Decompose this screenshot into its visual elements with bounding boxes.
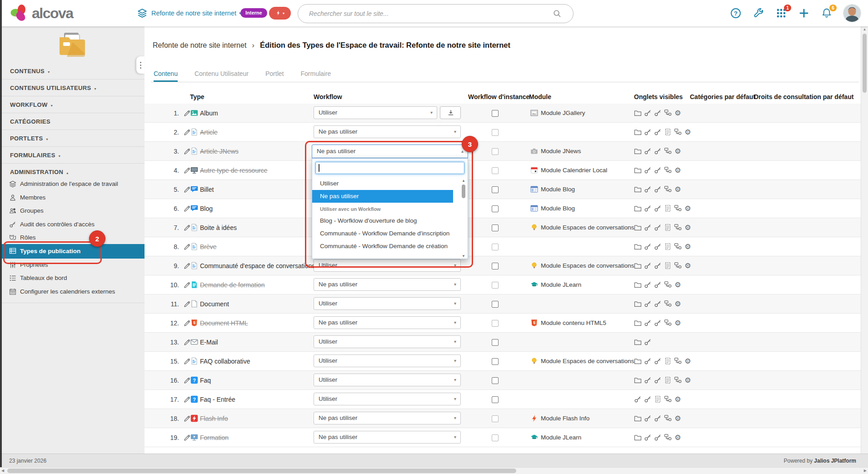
- sidebar-section-label: PORTLETS: [10, 135, 43, 142]
- chat-icon: [190, 185, 198, 193]
- workflow-instance-checkbox[interactable]: [492, 415, 499, 422]
- workflow-select[interactable]: Utiliser▾: [314, 393, 461, 405]
- sidebar-section-portlets[interactable]: PORTLETS▾: [0, 130, 145, 147]
- edit-pencil-icon[interactable]: [184, 281, 191, 289]
- workspace-selector[interactable]: Refonte de notre site internet ▾: [137, 0, 241, 26]
- workflow-select[interactable]: Ne pas utiliser▾: [314, 431, 461, 444]
- horizontal-scrollbar[interactable]: ◀ ▶: [0, 467, 868, 474]
- edit-pencil-icon[interactable]: [184, 300, 191, 308]
- workflow-export-button[interactable]: [440, 106, 461, 119]
- workflow-select[interactable]: Ne pas utiliser▾: [314, 278, 461, 291]
- workflow-instance-checkbox[interactable]: [492, 301, 499, 308]
- edit-pencil-icon[interactable]: [184, 205, 191, 212]
- form-icon: [664, 262, 672, 269]
- key-icon: [654, 224, 662, 231]
- publication-type-label: FAQ collaborative: [200, 352, 250, 371]
- scroll-left-icon[interactable]: ◀: [1, 468, 4, 474]
- search-input[interactable]: [308, 6, 546, 21]
- sidebar-item-administration-de-l-espace-de-travail[interactable]: Administration de l'espace de travail: [0, 177, 145, 191]
- admin-tools-button[interactable]: [753, 7, 764, 19]
- sidebar-section-workflow[interactable]: WORKFLOW▾: [0, 96, 145, 113]
- workflow-instance-checkbox[interactable]: [492, 396, 499, 403]
- sidebar-section-contenus[interactable]: CONTENUS▾: [0, 63, 145, 80]
- row-number: 6.: [156, 199, 179, 218]
- workflow-select[interactable]: Ne pas utiliser▾: [314, 412, 461, 424]
- tab-contenu[interactable]: Contenu: [154, 66, 178, 82]
- tab-contenu-utilisateur[interactable]: Contenu Utilisateur: [195, 66, 249, 82]
- workflow-instance-checkbox[interactable]: [492, 205, 499, 212]
- create-button[interactable]: [798, 7, 810, 19]
- edit-pencil-icon[interactable]: [184, 319, 191, 327]
- workflow-instance-checkbox[interactable]: [492, 320, 499, 327]
- workflow-instance-checkbox[interactable]: [492, 339, 499, 346]
- scrollbar-thumb[interactable]: [863, 34, 867, 93]
- workflow-select[interactable]: Utiliser▾: [314, 354, 461, 367]
- workflow-instance-checkbox[interactable]: [492, 148, 499, 155]
- scroll-up-icon[interactable]: ▲: [861, 27, 868, 31]
- workflow-select[interactable]: Ne pas utiliser▾: [314, 316, 461, 329]
- quick-actions-button[interactable]: ▾: [269, 7, 291, 20]
- workflow-instance-checkbox[interactable]: [492, 377, 499, 384]
- edit-pencil-icon[interactable]: [184, 243, 191, 250]
- edit-pencil-icon[interactable]: [184, 129, 191, 136]
- workflow-instance-checkbox[interactable]: [492, 110, 499, 117]
- search-icon[interactable]: [553, 9, 562, 18]
- scrollbar-thumb[interactable]: [7, 469, 516, 473]
- sidebar-section-label: FORMULAIRES: [10, 152, 55, 159]
- layers-icon: [9, 180, 16, 188]
- edit-pencil-icon[interactable]: [184, 434, 191, 441]
- table-row-breve: 8.Brève⚙: [145, 237, 861, 256]
- workflow-instance-checkbox[interactable]: [492, 167, 499, 174]
- sidebar-item-audit-des-controles-d-acces[interactable]: Audit des contrôles d'accès: [0, 218, 145, 231]
- sidebar-item-configurer-les-calendriers-externes[interactable]: Configurer les calendriers externes: [0, 285, 145, 299]
- workflow-instance-checkbox[interactable]: [492, 225, 499, 231]
- scroll-right-icon[interactable]: ▶: [864, 468, 867, 474]
- tab-portlet[interactable]: Portlet: [265, 66, 284, 82]
- edit-pencil-icon[interactable]: [184, 167, 191, 174]
- edit-pencil-icon[interactable]: [184, 262, 191, 269]
- key-icon: [644, 414, 652, 422]
- edit-pencil-icon[interactable]: [184, 339, 191, 346]
- sidebar-section-formulaires[interactable]: FORMULAIRES▾: [0, 147, 145, 164]
- edit-pencil-icon[interactable]: [184, 358, 191, 365]
- edit-pencil-icon[interactable]: [184, 224, 191, 231]
- vertical-scrollbar[interactable]: ▲ ▼: [861, 26, 868, 467]
- edit-pencil-icon[interactable]: [184, 396, 191, 403]
- workflow-select[interactable]: Utiliser▾: [314, 106, 437, 119]
- help-button[interactable]: ?: [730, 7, 742, 19]
- workflow-select[interactable]: Utiliser▾: [314, 297, 461, 310]
- notifications-button[interactable]: 6: [821, 7, 833, 19]
- sidebar-collapse-handle[interactable]: [136, 56, 145, 74]
- workflow-instance-checkbox[interactable]: [492, 186, 499, 193]
- workflow-instance-checkbox[interactable]: [492, 358, 499, 365]
- workflow-instance-checkbox[interactable]: [492, 434, 499, 441]
- sidebar-item-membres[interactable]: Membres: [0, 191, 145, 205]
- workflow-select[interactable]: Ne pas utiliser▾: [314, 125, 461, 138]
- workflow-instance-checkbox[interactable]: [492, 129, 499, 136]
- tab-formulaire[interactable]: Formulaire: [300, 66, 331, 82]
- workflow-select[interactable]: Utiliser▾: [314, 335, 461, 348]
- avatar[interactable]: [843, 5, 861, 22]
- person-icon: [9, 194, 16, 201]
- workflow-instance-checkbox[interactable]: [492, 263, 499, 269]
- edit-pencil-icon[interactable]: [184, 377, 191, 384]
- sidebar-section-contenus-utilisateurs[interactable]: CONTENUS UTILISATEURS▾: [0, 80, 145, 96]
- edit-pencil-icon[interactable]: [184, 110, 191, 117]
- gear-icon: ⚙: [684, 224, 692, 231]
- edit-pencil-icon[interactable]: [184, 148, 191, 155]
- workflow-instance-checkbox[interactable]: [492, 244, 499, 250]
- sidebar-item-groupes[interactable]: Groupes: [0, 204, 145, 218]
- article-doc-icon: [190, 147, 198, 155]
- alcova-logo[interactable]: alcova: [11, 4, 73, 23]
- workflow-instance-checkbox[interactable]: [492, 282, 499, 289]
- applications-button[interactable]: 1: [775, 7, 787, 19]
- column-header-workflow: Workflow: [314, 90, 342, 104]
- breadcrumb-workspace-link[interactable]: Refonte de notre site internet: [153, 41, 246, 49]
- key-icon: [644, 434, 652, 441]
- sidebar-item-tableaux-de-bord[interactable]: Tableaux de bord: [0, 271, 145, 285]
- edit-pencil-icon[interactable]: [184, 415, 191, 422]
- key-icon: [644, 205, 652, 212]
- sidebar-section-categories[interactable]: CATÉGORIES: [0, 113, 145, 130]
- workflow-select[interactable]: Utiliser▾: [314, 374, 461, 386]
- edit-pencil-icon[interactable]: [184, 186, 191, 193]
